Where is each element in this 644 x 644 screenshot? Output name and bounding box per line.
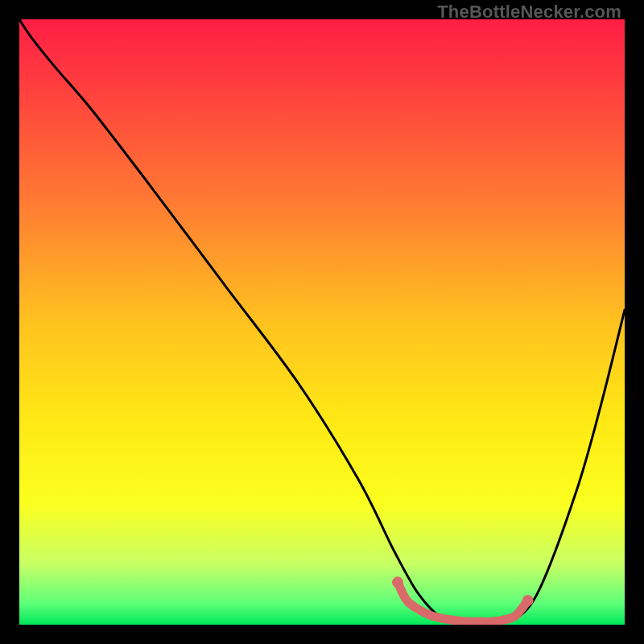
gradient-background: [19, 19, 625, 625]
chart-frame: [19, 19, 625, 625]
sweet-spot-start-dot: [392, 576, 403, 588]
bottleneck-chart: [19, 19, 625, 625]
watermark-text: TheBottleNecker.com: [437, 2, 621, 23]
sweet-spot-end-dot: [522, 595, 534, 606]
